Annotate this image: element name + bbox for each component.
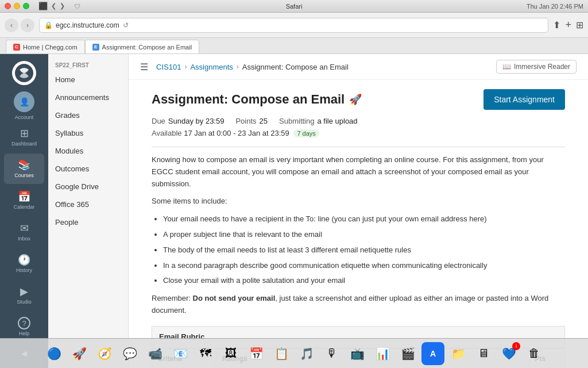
nav-announcements[interactable]: Announcements [48,89,128,106]
maximize-button[interactable] [23,3,29,9]
nav-modules[interactable]: Modules [48,142,128,160]
system-time: Thu Jan 20 2:46 PM [390,3,583,10]
nav-buttons[interactable]: ‹ › [5,18,34,32]
submitting-label: Submitting [279,117,314,125]
immersive-reader-button[interactable]: 📖 Immersive Reader [496,60,577,74]
items-header: Some items to include: [152,195,565,208]
submitting-item: Submitting a file upload [279,117,358,125]
available-label: Available [152,129,182,137]
browser-chrome: ‹ › 🔒 egcc.instructure.com ↺ ⬆ + ⊞ [0,13,588,38]
nav-people[interactable]: People [48,213,128,231]
dock-messages[interactable]: 💬 [118,342,141,365]
nav-office-365[interactable]: Office 365 [48,195,128,213]
hamburger-button[interactable]: ☰ [140,62,148,72]
dock-appletv[interactable]: 📺 [346,342,369,365]
canvas-logo[interactable] [10,59,38,87]
share-icon[interactable]: ⬆ [553,20,560,30]
assignment-meta: Due Sunday by 23:59 Points 25 Submitting… [152,117,565,125]
reload-icon[interactable]: ↺ [123,21,129,29]
minimize-button[interactable] [14,3,20,9]
tab-chegg[interactable]: C Home | Chegg.com [6,40,85,53]
points-item: Points 25 [235,117,268,125]
due-date-item: Due Sunday by 23:59 [152,117,224,125]
dock-appstore[interactable]: A [421,342,444,365]
canvas-favicon: E [92,44,99,51]
dock-messenger[interactable]: 💙1 [497,342,520,365]
nav-item-history[interactable]: 🕐 History [4,248,44,279]
nav-home[interactable]: Home [48,71,128,89]
remember-bold: Do not send your email [193,294,276,302]
mac-dock: 🔵 🚀 🧭 💬 📹 📧 🗺 🖼 📅 📋 🎵 🎙 📺 📊 🎬 A 📁 🖥 💙1 🗑 [0,338,588,368]
dock-safari[interactable]: 🧭 [93,342,116,365]
dock-maps[interactable]: 🗺 [194,342,217,365]
assignment-title-left: Assignment: Compose an Email 🚀 [152,92,362,107]
logo-circle [12,61,36,85]
breadcrumb: ☰ CIS101 › Assignments › Assignment: Com… [129,54,588,80]
new-tab-icon[interactable]: + [565,19,571,31]
dock-facetime[interactable]: 📹 [144,342,167,365]
nav-item-studio[interactable]: ▶ Studio [4,280,44,310]
main-content: ☰ CIS101 › Assignments › Assignment: Com… [129,54,588,368]
tab-canvas-label: Assignment: Compose an Email [102,44,192,51]
breadcrumb-sep-1: › [184,63,187,71]
dock-podcasts[interactable]: 🎙 [320,342,343,365]
dock-imovie[interactable]: 🎬 [396,342,419,365]
dock-music[interactable]: 🎵 [295,342,318,365]
chegg-favicon: C [13,44,20,51]
due-label: Due [152,117,165,125]
dashboard-icon: ⊞ [20,127,29,140]
list-item: Your email needs to have a recipient in … [163,213,565,225]
course-nav: SP22_FIRST Home Announcements Grades Syl… [48,54,129,368]
address-bar[interactable]: 🔒 egcc.instructure.com ↺ [39,18,548,33]
assignment-title-row: Assignment: Compose an Email 🚀 Start Ass… [152,89,565,110]
dock-mail[interactable]: 📧 [169,342,192,365]
dock-launchpad[interactable]: 🚀 [68,342,91,365]
nav-item-calendar[interactable]: 📅 Calendar [4,185,44,216]
dock-photos[interactable]: 🖼 [219,342,242,365]
nav-item-dashboard[interactable]: ⊞ Dashboard [4,122,44,152]
due-value: Sunday by 23:59 [168,117,225,125]
breadcrumb-course[interactable]: CIS101 [156,63,181,71]
nav-item-inbox[interactable]: ✉ Inbox [4,217,44,247]
nav-label-dashboard: Dashboard [11,141,37,147]
dock-files[interactable]: 📁 [447,342,470,365]
bullet-list: Your email needs to have a recipient in … [152,213,565,287]
nav-syllabus[interactable]: Syllabus [48,124,128,142]
dock-reminders[interactable]: 📋 [270,342,293,365]
list-item: Close your email with a polite salutatio… [163,275,565,287]
immersive-reader-label: Immersive Reader [514,63,570,71]
dock-trash[interactable]: 🗑 [523,342,546,365]
available-range: 17 Jan at 0:00 - 23 Jan at 23:59 [184,129,289,137]
courses-icon: 📚 [18,159,30,171]
title-bar: ⬛ ❮ ❯ 🛡 Safari Thu Jan 20 2:46 PM [0,0,588,13]
close-button[interactable] [5,3,11,9]
nav-grades[interactable]: Grades [48,106,128,124]
assignment-available: Available 17 Jan at 0:00 - 23 Jan at 23:… [152,129,565,137]
breadcrumb-assignments[interactable]: Assignments [190,63,233,71]
nav-google-drive[interactable]: Google Drive [48,178,128,195]
dock-finder[interactable]: 🔵 [42,342,65,365]
remember-prefix: Remember: [152,294,193,302]
nav-item-courses[interactable]: 📚 Courses [4,154,44,184]
days-badge: 7 days [293,129,319,137]
start-assignment-button[interactable]: Start Assignment [483,89,565,110]
forward-button[interactable]: › [21,18,34,32]
list-item: A proper subject line that is relevant t… [163,229,565,241]
breadcrumb-sep-2: › [237,63,239,71]
tab-canvas[interactable]: E Assignment: Compose an Email [85,40,200,53]
nav-label-studio: Studio [17,299,32,305]
nav-outcomes[interactable]: Outcomes [48,160,128,178]
back-button[interactable]: ‹ [5,18,18,32]
tab-chegg-label: Home | Chegg.com [23,44,78,51]
nav-label-calendar: Calendar [14,204,35,210]
assignment-body: Knowing how to compose an email is very … [152,154,565,368]
dock-system[interactable]: 🖥 [472,342,495,365]
assignment-area: Assignment: Compose an Email 🚀 Start Ass… [129,80,588,368]
nav-item-help[interactable]: ? Help [4,312,44,342]
dock-calendar[interactable]: 📅 [245,342,268,365]
grid-icon[interactable]: ⊞ [576,20,583,30]
dock-numbers[interactable]: 📊 [371,342,394,365]
nav-item-account[interactable]: 👤 Account [4,90,44,121]
body-paragraph-1: Knowing how to compose an email is very … [152,154,565,190]
traffic-lights[interactable] [5,3,29,9]
